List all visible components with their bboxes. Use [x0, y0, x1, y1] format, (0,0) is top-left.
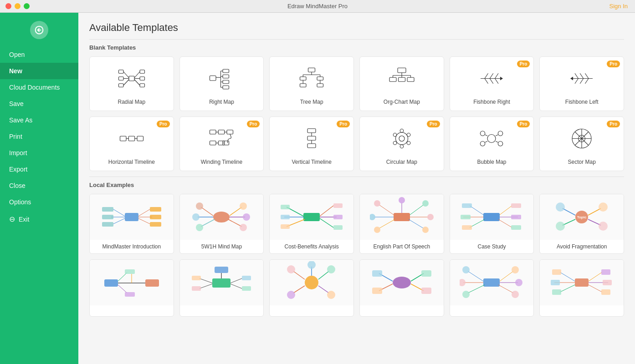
- svg-line-149: [410, 205, 424, 215]
- sidebar-item-save-as[interactable]: Save As: [0, 112, 78, 128]
- example-preview-cost-benefits: [270, 194, 353, 240]
- example-card-12[interactable]: [539, 259, 624, 317]
- sidebar-item-export[interactable]: Export: [0, 161, 78, 177]
- example-label-mindmaster-intro: MindMaster Introduction: [90, 240, 174, 253]
- svg-line-12: [134, 71, 140, 78]
- svg-point-152: [374, 200, 380, 207]
- example-card-9[interactable]: [269, 259, 354, 317]
- sidebar-item-print[interactable]: Print: [0, 128, 78, 145]
- svg-point-177: [556, 202, 565, 212]
- example-card-case-study[interactable]: Case Study: [450, 194, 534, 254]
- sign-in-button[interactable]: Sign In: [609, 3, 628, 10]
- svg-line-122: [230, 207, 242, 216]
- sidebar-item-import[interactable]: Import: [0, 145, 78, 161]
- svg-line-225: [500, 271, 513, 281]
- example-card-10[interactable]: [359, 259, 444, 317]
- sidebar-item-close[interactable]: Close: [0, 177, 78, 194]
- svg-point-118: [213, 212, 230, 222]
- minimize-window-button[interactable]: [15, 3, 20, 9]
- svg-point-127: [196, 224, 203, 231]
- sector-map-icon: [568, 122, 595, 154]
- svg-line-53: [495, 78, 499, 83]
- example-label-10: [360, 305, 444, 316]
- sidebar-item-new[interactable]: New: [0, 63, 78, 79]
- svg-rect-184: [145, 279, 159, 287]
- template-card-right-map[interactable]: Right Map: [179, 56, 264, 111]
- example-preview-mindmaster-intro: [90, 194, 174, 240]
- example-card-cost-benefits[interactable]: Cost-Benefits Analysis: [269, 194, 354, 254]
- template-card-tree-map[interactable]: Tree Map: [269, 56, 354, 111]
- template-card-horizontal-timeline[interactable]: Pro Horizontal Timeline: [89, 116, 174, 171]
- svg-line-61: [575, 78, 579, 83]
- page-title: Available Templates: [89, 22, 624, 34]
- fishbone-left-icon: [568, 62, 595, 94]
- svg-point-125: [196, 202, 203, 210]
- svg-rect-196: [192, 286, 201, 291]
- svg-rect-217: [372, 270, 382, 277]
- svg-line-235: [560, 272, 575, 281]
- example-card-7[interactable]: [89, 259, 174, 317]
- template-card-radial-map[interactable]: Radial Map: [89, 56, 174, 111]
- svg-line-198: [230, 284, 242, 288]
- blank-templates-grid: Radial Map: [89, 56, 624, 171]
- template-card-fishbone-right[interactable]: Pro Fishbone Right: [450, 56, 534, 111]
- sidebar-item-exit[interactable]: ⊖ Exit: [0, 210, 78, 228]
- template-card-bubble-map[interactable]: Pro Bub: [450, 116, 534, 171]
- sidebar-item-options[interactable]: Options: [0, 194, 78, 210]
- svg-point-153: [370, 214, 375, 220]
- template-card-sector-map[interactable]: Pro Sector Map: [539, 116, 624, 171]
- svg-point-91: [481, 131, 486, 136]
- back-button[interactable]: [30, 21, 48, 39]
- pro-badge-bubble: Pro: [517, 121, 530, 127]
- example-label-english-speech: English Part Of Speech: [360, 240, 444, 253]
- svg-rect-29: [300, 83, 307, 87]
- example-card-11[interactable]: [450, 259, 534, 317]
- template-card-circular-map[interactable]: Pro Circular Map: [359, 116, 444, 171]
- template-card-winding-timeline[interactable]: Pro: [179, 116, 264, 171]
- sidebar-item-open[interactable]: Open: [0, 46, 78, 63]
- svg-rect-79: [307, 143, 316, 147]
- close-window-button[interactable]: [5, 3, 11, 9]
- svg-rect-138: [281, 205, 290, 209]
- svg-line-124: [228, 219, 242, 227]
- example-card-8[interactable]: [179, 259, 264, 317]
- svg-rect-189: [125, 292, 135, 297]
- svg-rect-27: [300, 76, 307, 80]
- svg-line-59: [585, 78, 589, 83]
- sidebar-item-label: Options: [9, 198, 31, 206]
- svg-line-106: [113, 209, 125, 216]
- example-card-mindmaster-intro[interactable]: MindMaster Introduction: [89, 194, 174, 254]
- svg-point-128: [240, 202, 247, 210]
- svg-line-96: [496, 135, 498, 136]
- example-preview-9: [270, 260, 353, 305]
- svg-point-178: [599, 202, 608, 212]
- svg-rect-200: [242, 286, 251, 291]
- svg-point-83: [399, 136, 405, 141]
- example-card-5w1h[interactable]: 5W1H Mind Map: [179, 194, 264, 254]
- example-label-9: [270, 305, 353, 316]
- exit-icon: ⊖: [9, 215, 15, 223]
- org-chart-label: Org-Chart Map: [384, 99, 420, 105]
- svg-rect-78: [307, 136, 316, 140]
- scrollable-area[interactable]: Blank Templates: [78, 39, 635, 364]
- svg-line-48: [485, 73, 488, 78]
- example-preview-11: [450, 260, 534, 305]
- sidebar-item-label: Close: [9, 182, 26, 189]
- svg-rect-109: [102, 207, 113, 212]
- svg-point-228: [462, 266, 470, 273]
- maximize-window-button[interactable]: [24, 3, 30, 9]
- template-card-org-chart[interactable]: Org-Chart Map: [359, 56, 444, 111]
- svg-point-88: [393, 141, 397, 145]
- sidebar: Open New Cloud Documents Save Save As Pr…: [0, 13, 78, 364]
- example-label-7: [90, 305, 174, 316]
- svg-rect-30: [317, 83, 323, 87]
- example-card-avoid-fragmentation[interactable]: Topic Avoid Fragmentation: [539, 194, 624, 254]
- svg-line-194: [200, 284, 212, 288]
- sidebar-item-save[interactable]: Save: [0, 96, 78, 112]
- svg-point-208: [307, 261, 316, 269]
- example-card-english-speech[interactable]: English Part Of Speech: [359, 194, 444, 254]
- template-card-vertical-timeline[interactable]: Pro Vertical Timeline: [269, 116, 354, 171]
- svg-point-209: [327, 265, 335, 273]
- sidebar-item-cloud[interactable]: Cloud Documents: [0, 79, 78, 96]
- template-card-fishbone-left[interactable]: Pro Fishbone Left: [539, 56, 624, 111]
